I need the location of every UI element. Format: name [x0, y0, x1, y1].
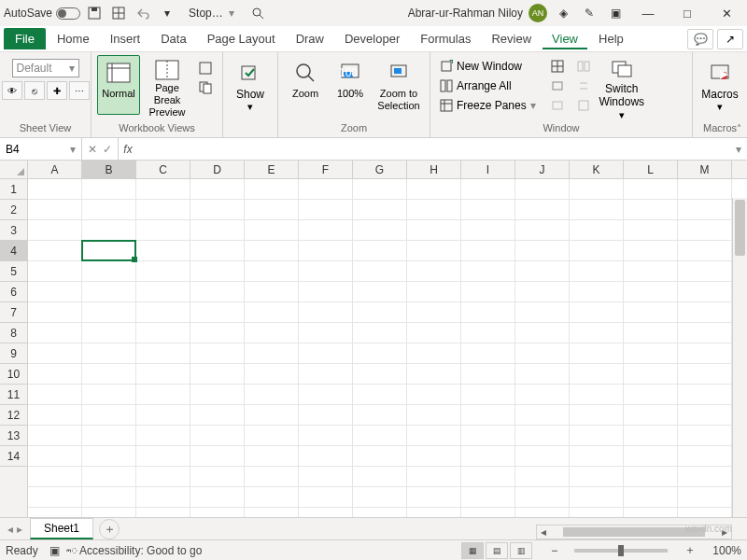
row-header[interactable]: 1 [0, 179, 27, 200]
brush-icon[interactable]: ✎ [579, 3, 599, 23]
toggle-switch-icon[interactable] [56, 7, 80, 20]
sheet-nav-prev-icon[interactable]: ◂ [7, 523, 13, 536]
tab-formulas[interactable]: Formulas [411, 28, 480, 49]
tab-developer[interactable]: Developer [335, 28, 409, 49]
comments-button[interactable]: 💬 [687, 29, 713, 49]
switch-windows-button[interactable]: Switch Windows▾ [596, 55, 648, 115]
zoom-to-selection-button[interactable]: Zoom to Selection [374, 55, 424, 115]
normal-view-button[interactable]: Normal [97, 55, 140, 115]
vertical-scrollbar[interactable] [732, 198, 747, 517]
row-header[interactable]: 13 [0, 426, 27, 446]
cancel-formula-icon[interactable]: ✕ [88, 143, 97, 156]
sheet-view-keep-icon[interactable]: 👁 [2, 81, 22, 100]
freeze-panes-button[interactable]: Freeze Panes ▾ [436, 96, 540, 115]
tab-view[interactable]: View [543, 28, 587, 49]
share-button[interactable]: ↗ [717, 29, 743, 49]
column-header[interactable]: E [245, 161, 299, 178]
zoom-button[interactable]: Zoom [284, 55, 327, 115]
column-header[interactable]: F [299, 161, 353, 178]
zoom-slider[interactable] [574, 549, 668, 553]
close-button[interactable]: ✕ [710, 0, 743, 26]
formula-input[interactable] [137, 138, 730, 160]
accessibility-status[interactable]: ྐ Accessibility: Good to go [71, 544, 203, 557]
column-header[interactable]: B [82, 161, 136, 178]
selected-cell[interactable] [81, 240, 136, 261]
hscroll-left-icon[interactable]: ◂ [537, 525, 550, 539]
arrange-all-button[interactable]: Arrange All [436, 77, 540, 95]
zoom-out-icon[interactable]: − [551, 544, 557, 557]
reset-window-button[interactable] [573, 96, 594, 115]
row-header[interactable]: 7 [0, 302, 27, 323]
column-header[interactable]: I [461, 161, 515, 178]
tab-file[interactable]: File [4, 28, 46, 49]
macros-button[interactable]: ▶ Macros▾ [698, 55, 741, 115]
sheet-view-combo[interactable]: Default▾ [12, 59, 79, 77]
zoom-in-icon[interactable]: ＋ [684, 542, 696, 558]
sheet-view-exit-icon[interactable]: ⎋ [24, 81, 45, 100]
save-icon[interactable] [84, 3, 105, 23]
zoom-level[interactable]: 100% [712, 544, 741, 557]
avatar[interactable]: AN [529, 4, 547, 22]
row-header[interactable]: 9 [0, 343, 27, 364]
column-header[interactable]: L [624, 161, 678, 178]
view-normal-icon[interactable]: ▦ [461, 542, 484, 559]
hide-button[interactable] [547, 77, 568, 95]
collapse-ribbon-icon[interactable]: ˄ [737, 123, 741, 133]
split-button[interactable] [547, 57, 568, 76]
view-page-break-icon[interactable]: ▥ [510, 542, 532, 559]
unhide-button[interactable] [547, 96, 568, 115]
autosave-toggle[interactable]: AutoSave [4, 7, 80, 20]
accept-formula-icon[interactable]: ✓ [103, 143, 112, 156]
sheet-tab-active[interactable]: Sheet1 [30, 518, 93, 539]
chevron-down-icon[interactable]: ▾ [229, 7, 234, 20]
custom-views-button[interactable] [194, 78, 217, 97]
view-page-layout-icon[interactable]: ▤ [486, 542, 508, 559]
column-header[interactable]: H [407, 161, 461, 178]
undo-icon[interactable] [133, 3, 153, 23]
search-icon[interactable] [247, 3, 268, 23]
select-all-button[interactable] [0, 161, 28, 178]
column-header[interactable]: A [28, 161, 82, 178]
show-button[interactable]: Show▾ [229, 55, 272, 115]
name-box[interactable]: B4▾ [0, 138, 82, 160]
scroll-thumb[interactable] [735, 200, 745, 256]
sheet-nav-next-icon[interactable]: ▸ [17, 523, 22, 536]
row-header[interactable]: 5 [0, 261, 27, 282]
ribbon-display-icon[interactable]: ▣ [605, 3, 626, 23]
tab-data[interactable]: Data [151, 28, 195, 49]
tab-page-layout[interactable]: Page Layout [198, 28, 285, 49]
cells-area[interactable] [28, 179, 747, 517]
sync-scroll-button[interactable] [573, 77, 594, 95]
page-break-preview-button[interactable]: Page Break Preview [142, 55, 192, 115]
column-header[interactable]: C [136, 161, 190, 178]
page-layout-button[interactable] [194, 59, 217, 77]
expand-formula-bar-icon[interactable]: ▾ [730, 138, 747, 160]
diamond-icon[interactable]: ◈ [553, 3, 573, 23]
minimize-button[interactable]: — [631, 0, 665, 26]
column-header[interactable]: M [678, 161, 732, 178]
column-header[interactable]: J [515, 161, 570, 178]
tab-help[interactable]: Help [589, 28, 633, 49]
view-side-by-side-button[interactable] [573, 57, 594, 76]
column-header[interactable]: K [570, 161, 624, 178]
zoom-100-button[interactable]: 100 100% [329, 55, 372, 115]
row-header[interactable]: 11 [0, 385, 27, 405]
row-header[interactable]: 12 [0, 405, 27, 426]
row-header[interactable]: 2 [0, 200, 27, 220]
row-header[interactable]: 4 [0, 241, 27, 261]
fx-icon[interactable]: fx [119, 138, 137, 160]
tab-review[interactable]: Review [482, 28, 541, 49]
sheet-view-options-icon[interactable]: ⋯ [69, 81, 90, 100]
column-header[interactable]: G [353, 161, 407, 178]
add-sheet-button[interactable]: ＋ [99, 519, 120, 539]
tab-home[interactable]: Home [48, 28, 99, 49]
qat-grid-icon[interactable] [108, 3, 129, 23]
row-header[interactable]: 6 [0, 282, 27, 302]
new-window-button[interactable]: +New Window [436, 57, 540, 76]
qat-dropdown-icon[interactable]: ▾ [157, 3, 177, 23]
row-header[interactable]: 10 [0, 364, 27, 385]
tab-draw[interactable]: Draw [287, 28, 333, 49]
row-header[interactable]: 14 [0, 446, 27, 467]
file-name-hint[interactable]: Stop… [189, 7, 223, 20]
sheet-view-new-icon[interactable]: ✚ [47, 81, 67, 100]
